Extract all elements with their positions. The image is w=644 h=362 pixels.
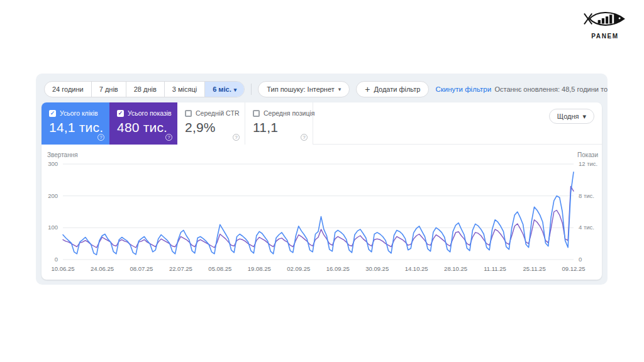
- tile-head: ✓ Усього кліків: [49, 109, 109, 117]
- last-update-text: Останнє оновлення: 48,5 години то: [494, 85, 608, 93]
- tile-head: Середня позиція: [253, 109, 313, 117]
- help-icon[interactable]: ?: [233, 134, 240, 141]
- check-icon: ✓: [118, 111, 123, 116]
- metric-summary-row: ✓ Усього кліків 14,1 тис. ? ✓ Усього пок…: [42, 102, 602, 145]
- brand-name: PANEM: [579, 33, 631, 40]
- svg-text:11.11.25: 11.11.25: [484, 265, 506, 272]
- svg-text:8 тис.: 8 тис.: [579, 192, 594, 199]
- total-impressions-tile[interactable]: ✓ Усього показів 480 тис. ?: [109, 102, 177, 145]
- toolbar-divider: [251, 84, 252, 95]
- average-ctr-tile[interactable]: Середній CTR 2,9% ?: [177, 102, 245, 145]
- granularity-label: Щодня: [557, 112, 579, 120]
- filter-toolbar: 24 години 7 днів 28 днів 3 місяці 6 міс.…: [36, 74, 608, 97]
- tile-value: 14,1 тис.: [49, 120, 109, 135]
- tile-head: Середній CTR: [185, 109, 245, 117]
- svg-text:05.08.25: 05.08.25: [208, 265, 231, 272]
- svg-text:16.09.25: 16.09.25: [326, 265, 350, 272]
- svg-text:200: 200: [48, 192, 58, 199]
- chart-region: Звертання Покази 30012 тис.2008 тис.1004…: [42, 145, 602, 280]
- tile-label: Середня позиція: [264, 109, 315, 117]
- date-range-group: 24 години 7 днів 28 днів 3 місяці 6 міс.…: [44, 81, 245, 97]
- svg-text:08.07.25: 08.07.25: [130, 265, 153, 272]
- svg-text:12 тис.: 12 тис.: [579, 160, 597, 167]
- tile-value: 480 тис.: [117, 120, 177, 135]
- checkbox-unchecked[interactable]: [253, 110, 260, 117]
- svg-text:22.07.25: 22.07.25: [169, 265, 192, 272]
- panem-logo: PANEM: [579, 8, 631, 40]
- svg-text:09.12.25: 09.12.25: [562, 265, 586, 272]
- tile-value: 11,1: [253, 120, 313, 135]
- check-icon: ✓: [50, 111, 55, 116]
- reset-filters-button[interactable]: Скинути фільтри: [435, 85, 491, 93]
- svg-text:0: 0: [55, 256, 58, 263]
- svg-text:30.09.25: 30.09.25: [365, 265, 389, 272]
- range-24h-button[interactable]: 24 години: [45, 82, 92, 97]
- chevron-down-icon: ▾: [338, 86, 341, 92]
- tile-label: Усього показів: [128, 109, 172, 117]
- performance-chart: 30012 тис.2008 тис.1004 тис.0010.06.2524…: [42, 160, 602, 280]
- fish-chart-icon: [581, 8, 629, 30]
- svg-text:100: 100: [48, 224, 58, 231]
- svg-text:25.11.25: 25.11.25: [523, 265, 545, 272]
- svg-text:28.10.25: 28.10.25: [444, 265, 467, 272]
- search-type-label: Тип пошуку: Інтернет: [267, 85, 335, 93]
- total-clicks-tile[interactable]: ✓ Усього кліків 14,1 тис. ?: [42, 102, 109, 145]
- svg-text:300: 300: [48, 160, 58, 167]
- svg-text:24.06.25: 24.06.25: [91, 265, 114, 272]
- tile-value: 2,9%: [185, 120, 245, 135]
- add-filter-button[interactable]: + Додати фільтр: [356, 81, 429, 97]
- range-3m-button[interactable]: 3 місяці: [165, 82, 205, 97]
- search-type-dropdown[interactable]: Тип пошуку: Інтернет ▾: [258, 81, 350, 97]
- granularity-dropdown[interactable]: Щодня ▾: [549, 109, 594, 124]
- tile-head: ✓ Усього показів: [117, 109, 177, 117]
- performance-panel: 24 години 7 днів 28 днів 3 місяці 6 міс.…: [36, 74, 608, 285]
- add-filter-label: Додати фільтр: [374, 85, 420, 93]
- help-icon[interactable]: ?: [97, 134, 104, 141]
- svg-text:14.10.25: 14.10.25: [405, 265, 428, 272]
- range-6m-label: 6 міс.: [213, 85, 231, 93]
- range-28d-button[interactable]: 28 днів: [126, 82, 165, 97]
- svg-text:4 тис.: 4 тис.: [579, 224, 594, 231]
- checkbox-unchecked[interactable]: [185, 110, 192, 117]
- help-icon[interactable]: ?: [165, 134, 172, 141]
- chevron-down-icon: ▾: [234, 87, 237, 93]
- help-icon[interactable]: ?: [301, 134, 308, 141]
- svg-text:19.08.25: 19.08.25: [248, 265, 271, 272]
- svg-text:02.09.25: 02.09.25: [287, 265, 310, 272]
- svg-text:0: 0: [579, 256, 582, 263]
- performance-card: ✓ Усього кліків 14,1 тис. ? ✓ Усього пок…: [42, 102, 602, 280]
- left-axis-title: Звертання: [47, 151, 78, 158]
- right-axis-title: Покази: [577, 151, 598, 158]
- range-7d-button[interactable]: 7 днів: [92, 82, 126, 97]
- plus-icon: +: [365, 84, 370, 94]
- tile-label: Середній CTR: [196, 109, 240, 117]
- average-position-tile[interactable]: Середня позиція 11,1 ?: [245, 102, 313, 145]
- range-6m-button[interactable]: 6 міс.▾: [205, 82, 244, 97]
- svg-text:10.06.25: 10.06.25: [52, 265, 75, 272]
- tile-label: Усього кліків: [60, 109, 98, 117]
- checkbox-checked[interactable]: ✓: [117, 110, 124, 117]
- chevron-down-icon: ▾: [582, 112, 586, 121]
- checkbox-checked[interactable]: ✓: [49, 110, 56, 117]
